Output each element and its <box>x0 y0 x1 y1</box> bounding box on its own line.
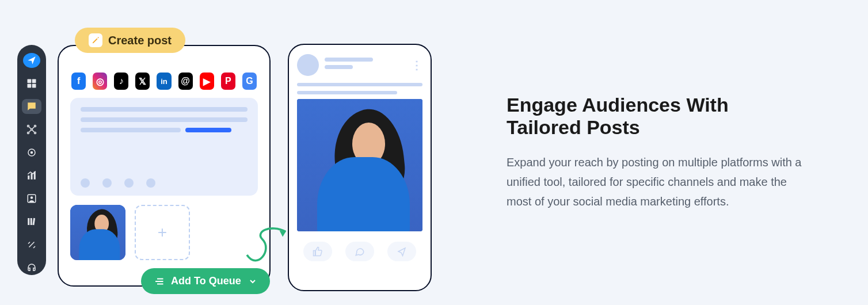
queue-icon <box>154 277 164 285</box>
channel-linkedin-icon[interactable]: in <box>157 73 171 90</box>
placeholder-line <box>81 117 248 122</box>
text-cursor <box>185 128 231 132</box>
post-preview-card: ⋮ <box>288 44 432 291</box>
toolbar-dot[interactable] <box>124 178 134 188</box>
svg-rect-3 <box>32 84 36 88</box>
add-media-button[interactable]: + <box>135 205 190 260</box>
product-illustration: Create post f ◎ ♪ 𝕏 in @ ▶ P G <box>0 0 449 305</box>
svg-rect-0 <box>28 79 32 83</box>
more-icon[interactable]: ⋮ <box>411 58 422 72</box>
chevron-down-icon <box>248 277 257 286</box>
toolbar-dot[interactable] <box>81 178 90 188</box>
marketing-copy: Engage Audiences With Tailored Posts Exp… <box>449 94 806 211</box>
svg-rect-17 <box>31 218 32 225</box>
svg-point-8 <box>35 132 36 134</box>
pencil-icon <box>89 33 102 47</box>
tools-icon[interactable] <box>22 237 41 252</box>
preview-image <box>297 99 422 231</box>
queue-label: Add To Queue <box>171 275 241 287</box>
svg-rect-1 <box>32 79 36 83</box>
svg-point-6 <box>35 125 36 127</box>
comment-button[interactable] <box>345 242 374 261</box>
flow-arrow-icon <box>242 219 294 270</box>
svg-point-5 <box>28 125 29 127</box>
svg-rect-11 <box>28 176 29 180</box>
create-post-badge[interactable]: Create post <box>75 28 185 53</box>
channel-tiktok-icon[interactable]: ♪ <box>114 73 128 90</box>
placeholder-line <box>325 65 353 69</box>
channel-instagram-icon[interactable]: ◎ <box>93 73 107 90</box>
placeholder-line <box>325 58 373 62</box>
channel-pinterest-icon[interactable]: P <box>221 73 235 90</box>
section-body: Expand your reach by posting on multiple… <box>507 152 806 211</box>
create-post-label: Create post <box>108 34 172 47</box>
svg-rect-2 <box>28 84 32 88</box>
support-icon[interactable] <box>22 260 41 275</box>
placeholder-line <box>81 128 181 132</box>
connections-icon[interactable] <box>22 122 41 137</box>
section-heading: Engage Audiences With Tailored Posts <box>507 94 806 139</box>
svg-rect-18 <box>32 218 35 225</box>
placeholder-line <box>81 107 248 112</box>
app-sidebar <box>17 45 46 275</box>
channel-selector: f ◎ ♪ 𝕏 in @ ▶ P G <box>70 69 258 98</box>
navigate-icon[interactable] <box>23 53 40 68</box>
caption-textarea[interactable] <box>70 98 258 196</box>
toolbar-dot[interactable] <box>102 178 112 188</box>
svg-rect-12 <box>31 173 33 180</box>
media-thumbnail[interactable] <box>70 205 125 260</box>
posts-icon[interactable] <box>22 99 41 114</box>
channel-x-icon[interactable]: 𝕏 <box>135 73 150 90</box>
svg-point-15 <box>31 196 33 199</box>
avatar <box>297 54 319 76</box>
profile-icon[interactable] <box>22 191 41 206</box>
add-to-queue-button[interactable]: Add To Queue <box>141 268 270 294</box>
plus-icon: + <box>158 223 167 242</box>
svg-rect-16 <box>28 218 29 225</box>
channel-youtube-icon[interactable]: ▶ <box>200 73 214 90</box>
like-button[interactable] <box>303 242 332 261</box>
composer-card: f ◎ ♪ 𝕏 in @ ▶ P G <box>58 45 271 287</box>
channel-google-icon[interactable]: G <box>242 73 257 90</box>
dashboard-icon[interactable] <box>22 76 41 91</box>
placeholder-line <box>297 83 422 86</box>
svg-point-7 <box>28 132 29 134</box>
library-icon[interactable] <box>22 214 41 229</box>
svg-point-10 <box>31 152 33 154</box>
toolbar-dot[interactable] <box>146 178 155 188</box>
placeholder-line <box>297 91 397 94</box>
analytics-icon[interactable] <box>22 168 41 183</box>
share-button[interactable] <box>387 242 416 261</box>
svg-point-4 <box>31 129 33 131</box>
location-icon[interactable] <box>22 145 41 160</box>
channel-facebook-icon[interactable]: f <box>71 73 86 90</box>
channel-threads-icon[interactable]: @ <box>178 73 193 90</box>
